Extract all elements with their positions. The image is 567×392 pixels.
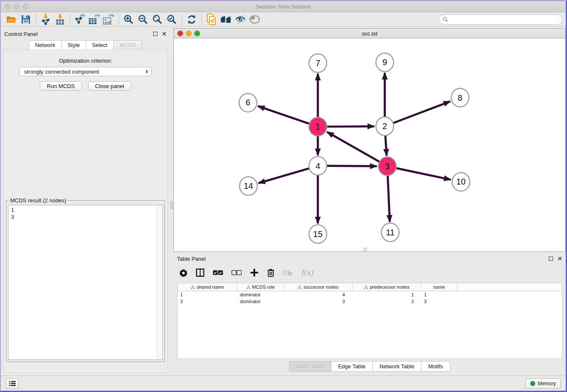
canvas-resize-grip[interactable] [363,248,367,251]
add-column-icon[interactable] [250,268,259,277]
zoom-fit-icon[interactable] [150,14,165,25]
show-graphics-details-icon[interactable] [248,14,262,25]
panel-divider[interactable] [170,28,173,375]
column-type-icon [297,285,302,289]
mcds-result-item: 3 [11,213,160,221]
import-network-icon[interactable] [39,14,53,25]
table-panel-title: Table Panel [177,256,206,262]
graph-node-label: 1 [316,122,320,131]
tab-style[interactable]: Style [61,40,86,50]
search-input[interactable] [450,17,559,22]
graph-node-14[interactable]: 14 [239,177,257,196]
table-cell: 4 [284,292,352,297]
graph-node-15[interactable]: 15 [309,225,327,243]
close-panel-button[interactable]: Close panel [88,81,132,91]
column-header-MCDS-role[interactable]: MCDS role [237,283,284,291]
graph-edge-3-1[interactable] [327,132,380,162]
graph-node-11[interactable]: 11 [381,223,399,242]
tab-select[interactable]: Select [86,40,113,50]
home-view-icon[interactable] [219,14,233,25]
node-table[interactable]: shared nameMCDS rolesuccessor nodesprede… [177,283,562,359]
tab-mcds[interactable]: MCDS [113,40,142,50]
criterion-dropdown[interactable]: strongly connected component ▲▼ [19,67,151,76]
search-field[interactable] [439,14,562,25]
export-image-icon[interactable] [102,14,116,25]
optimization-criterion-label: Optimization criterion: [59,58,112,64]
column-type-icon [364,285,368,289]
export-network-icon[interactable] [73,14,87,25]
hide-graphics-details-icon[interactable] [233,14,248,25]
column-header-name[interactable]: name [421,283,457,291]
function-builder-icon[interactable]: f(x) [301,268,313,277]
table-toolbar: f(x) [173,264,566,281]
memory-button[interactable]: Memory [526,378,561,389]
graph-edge-1-6[interactable] [258,106,309,124]
delete-table-icon[interactable] [283,269,292,276]
table-row[interactable]: 1dominator411 [178,291,562,298]
graph-node-9[interactable]: 9 [376,53,394,72]
run-mcds-button[interactable]: Run MCDS [40,81,82,91]
graph-node-2[interactable]: 2 [376,117,394,135]
close-panel-icon[interactable]: ✕ [162,31,167,37]
network-graph[interactable]: 7968124314101511 [174,39,565,251]
graph-edge-3-11[interactable] [388,176,390,222]
table-settings-icon[interactable] [179,269,187,277]
open-file-icon[interactable] [4,14,19,25]
graph-node-3[interactable]: 3 [378,157,396,176]
graph-edge-2-8[interactable] [394,101,450,123]
column-header-shared-name[interactable]: shared name [178,283,237,291]
tab-network[interactable]: Network [29,40,61,50]
delete-columns-icon[interactable] [267,268,275,277]
main-area: Control Panel ✕ NetworkStyleSelectMCDS O… [1,27,566,375]
zoom-selected-icon[interactable] [165,14,179,25]
graph-edge-3-10[interactable] [396,168,451,179]
graph-edge-4-3[interactable] [327,166,377,166]
table-cell: dominator [237,299,284,304]
show-columns-icon[interactable] [196,268,204,277]
select-all-checkboxes-icon[interactable] [213,270,223,275]
divider-grip-icon[interactable] [171,201,173,209]
table-panel: Table Panel ✕ [173,253,566,375]
tab-edge-table[interactable]: Edge Table [331,361,372,372]
column-header-successor-nodes[interactable]: successor nodes [284,283,352,291]
zoom-out-icon[interactable] [136,14,150,25]
network-canvas[interactable]: 7968124314101511 [174,39,565,251]
save-session-icon[interactable] [19,14,33,25]
graph-edge-2-3[interactable] [385,135,387,156]
import-table-icon[interactable] [53,14,67,25]
graph-edge-1-2[interactable] [327,126,374,127]
table-row[interactable]: 3dominator323 [178,298,562,305]
graph-node-label: 15 [313,229,322,239]
control-panel: Control Panel ✕ NetworkStyleSelectMCDS O… [1,28,170,375]
float-panel-icon[interactable] [153,32,157,36]
deselect-all-checkboxes-icon[interactable] [231,270,242,275]
network-close-button[interactable]: ✕ [177,30,183,36]
result-scrollbar[interactable] [157,206,162,359]
export-table-icon[interactable] [87,14,102,25]
graph-node-4[interactable]: 4 [309,157,327,175]
task-history-button[interactable] [6,378,19,389]
graph-node-label: 4 [316,161,320,171]
refresh-layout-icon[interactable] [184,14,199,25]
graph-node-6[interactable]: 6 [239,94,257,112]
toolbar-separator [182,14,182,25]
graph-node-8[interactable]: 8 [451,88,469,107]
graph-node-1[interactable]: 1 [309,117,327,136]
close-table-panel-icon[interactable]: ✕ [557,256,562,262]
graph-edge-4-14[interactable] [259,168,309,183]
main-toolbar [1,12,566,27]
zoom-in-icon[interactable] [121,14,136,25]
column-header-predecessor-nodes[interactable]: predecessor nodes [352,283,421,291]
mcds-result-list[interactable]: 13 [8,205,163,360]
network-maximize-button[interactable]: ＋ [194,30,200,36]
graph-node-10[interactable]: 10 [452,173,470,191]
graph-node-label: 11 [386,228,395,237]
float-table-panel-icon[interactable] [549,257,553,261]
tab-motifs[interactable]: Motifs [421,361,450,372]
tab-network-table[interactable]: Network Table [372,361,421,372]
duplicate-network-icon[interactable] [204,14,219,25]
network-minimize-button[interactable]: − [186,30,192,36]
graph-node-7[interactable]: 7 [309,54,327,72]
toolbar-separator [201,14,202,25]
tab-node-table[interactable]: Node Table [289,361,331,372]
